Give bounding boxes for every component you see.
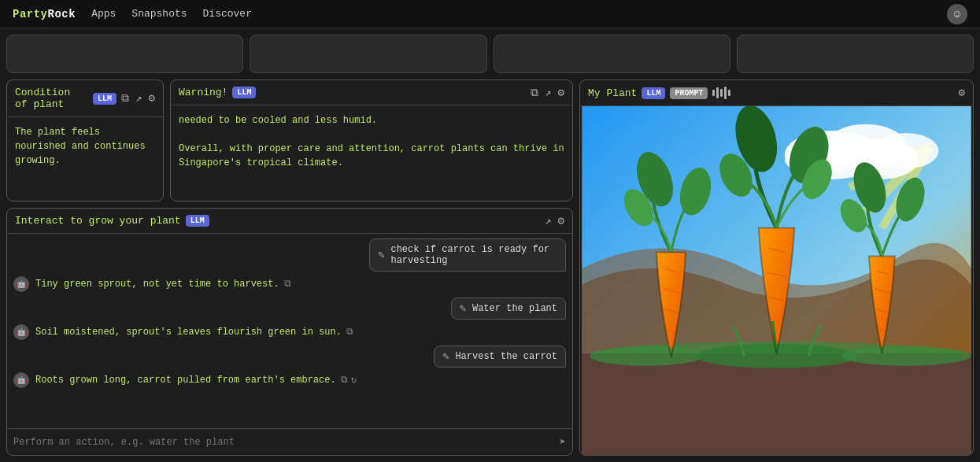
chat-row: 🤖 Roots grown long, carrot pulled from e… (13, 371, 566, 390)
chat-row: ✎ Water the plant (13, 298, 566, 320)
condition-badge: LLM (93, 93, 116, 105)
condition-icons: ⧉ ↗ ⚙ (121, 93, 155, 104)
chat-header: Interact to grow your plant LLM ↗ ⚙ (7, 209, 572, 234)
send-icon[interactable]: ➤ (560, 435, 566, 449)
my-plant-badge-llm: LLM (642, 87, 665, 99)
main-content: Condition of plant LLM ⧉ ↗ ⚙ The plant f… (0, 79, 980, 462)
top-panel-3 (494, 35, 730, 73)
export-icon[interactable]: ↗ (545, 216, 551, 227)
chat-left-content: Tiny green sprout, not yet time to harve… (34, 275, 566, 294)
warning-widget: Warning! LLM ⧉ ↗ ⚙ needed to be cooled a… (170, 79, 573, 201)
settings-icon[interactable]: ⚙ (959, 87, 965, 98)
carrot-illustration (580, 106, 973, 455)
copy-icon[interactable]: ⧉ (346, 327, 353, 338)
info-panels-row: Condition of plant LLM ⧉ ↗ ⚙ The plant f… (6, 79, 573, 201)
plant-image-container (580, 106, 973, 455)
chat-widget: Interact to grow your plant LLM ↗ ⚙ ✎ ch… (6, 208, 573, 456)
msg-soil: Soil moistened, sprout's leaves flourish… (34, 323, 343, 342)
warning-body: needed to be cooled and less humid. Over… (171, 105, 572, 201)
edit-icon[interactable]: ✎ (378, 249, 384, 261)
chat-left-content: Soil moistened, sprout's leaves flourish… (34, 323, 566, 342)
top-panels-row (0, 28, 980, 79)
msg-check-carrot: check if carrot is ready for harvesting (390, 244, 557, 266)
nav-discover[interactable]: Discover (203, 8, 252, 20)
chat-row: ✎ Harvest the carrot (13, 346, 566, 368)
copy-icon[interactable]: ⧉ (341, 375, 348, 386)
bot-avatar: 🤖 (13, 372, 29, 388)
my-plant-title: My Plant (588, 87, 637, 99)
chat-left-content: Roots grown long, carrot pulled from ear… (34, 371, 566, 390)
export-icon[interactable]: ↗ (545, 87, 551, 98)
top-panel-1 (6, 35, 243, 73)
copy-icon[interactable]: ⧉ (531, 87, 538, 98)
settings-icon[interactable]: ⚙ (558, 87, 564, 98)
msg-water: Water the plant (472, 303, 557, 314)
navbar: PartyRock Apps Snapshots Discover ☺ (0, 0, 980, 28)
chat-bubble-right: ✎ check if carrot is ready for harvestin… (369, 238, 566, 272)
chat-messages-area: ✎ check if carrot is ready for harvestin… (7, 234, 572, 428)
condition-body: The plant feels nourished and continues … (7, 117, 163, 201)
condition-title: Condition of plant (15, 87, 88, 110)
chat-badge: LLM (186, 215, 209, 227)
nav-snapshots[interactable]: Snapshots (131, 8, 187, 20)
msg-sprout: Tiny green sprout, not yet time to harve… (34, 275, 281, 294)
top-panel-2 (250, 35, 486, 73)
user-avatar[interactable]: ☺ (947, 4, 967, 24)
chat-title: Interact to grow your plant (15, 215, 181, 227)
my-plant-badge-prompt: PROMPT (670, 87, 708, 99)
my-plant-icons: ⚙ (959, 87, 965, 98)
brand-logo: PartyRock (13, 8, 76, 20)
export-icon[interactable]: ↗ (135, 93, 142, 104)
warning-line2: Overall, with proper care and attention,… (179, 143, 564, 168)
condition-header: Condition of plant LLM ⧉ ↗ ⚙ (7, 80, 163, 117)
chat-row: 🤖 Soil moistened, sprout's leaves flouri… (13, 323, 566, 342)
condition-widget: Condition of plant LLM ⧉ ↗ ⚙ The plant f… (6, 79, 164, 201)
top-panel-4 (737, 35, 974, 73)
right-column: My Plant LLM PROMPT ⚙ (579, 79, 974, 456)
bot-avatar: 🤖 (13, 324, 29, 340)
chat-row: 🤖 Tiny green sprout, not yet time to har… (13, 275, 566, 294)
chat-input[interactable] (13, 437, 553, 448)
warning-title: Warning! (179, 87, 227, 98)
copy-icon[interactable]: ⧉ (121, 93, 129, 104)
settings-icon[interactable]: ⚙ (558, 216, 564, 227)
left-column: Condition of plant LLM ⧉ ↗ ⚙ The plant f… (6, 79, 573, 456)
svg-point-36 (590, 346, 704, 366)
svg-rect-35 (582, 353, 971, 455)
msg-harvest: Harvest the carrot (455, 351, 557, 362)
my-plant-header: My Plant LLM PROMPT ⚙ (580, 80, 973, 106)
chat-icons: ↗ ⚙ (545, 216, 564, 227)
svg-point-38 (841, 346, 971, 366)
warning-line1: needed to be cooled and less humid. (179, 115, 377, 126)
edit-icon[interactable]: ✎ (460, 303, 466, 314)
warning-icons: ⧉ ↗ ⚙ (531, 87, 564, 98)
copy-icon[interactable]: ⧉ (284, 279, 291, 290)
my-plant-widget: My Plant LLM PROMPT ⚙ (579, 79, 974, 456)
refresh-icon[interactable]: ↻ (351, 374, 357, 386)
chat-row: ✎ check if carrot is ready for harvestin… (13, 238, 566, 272)
chat-input-area: ➤ (7, 428, 572, 455)
bot-avatar: 🤖 (13, 276, 29, 292)
chat-bubble-right: ✎ Harvest the carrot (434, 346, 566, 368)
svg-point-9 (874, 133, 938, 168)
msg-roots: Roots grown long, carrot pulled from ear… (34, 371, 338, 390)
edit-icon[interactable]: ✎ (442, 351, 449, 362)
settings-icon[interactable]: ⚙ (149, 93, 155, 104)
nav-apps[interactable]: Apps (91, 8, 116, 20)
audio-icon (712, 87, 730, 99)
warning-badge: LLM (232, 87, 256, 98)
warning-header: Warning! LLM ⧉ ↗ ⚙ (171, 80, 572, 105)
chat-bubble-right: ✎ Water the plant (451, 298, 566, 320)
